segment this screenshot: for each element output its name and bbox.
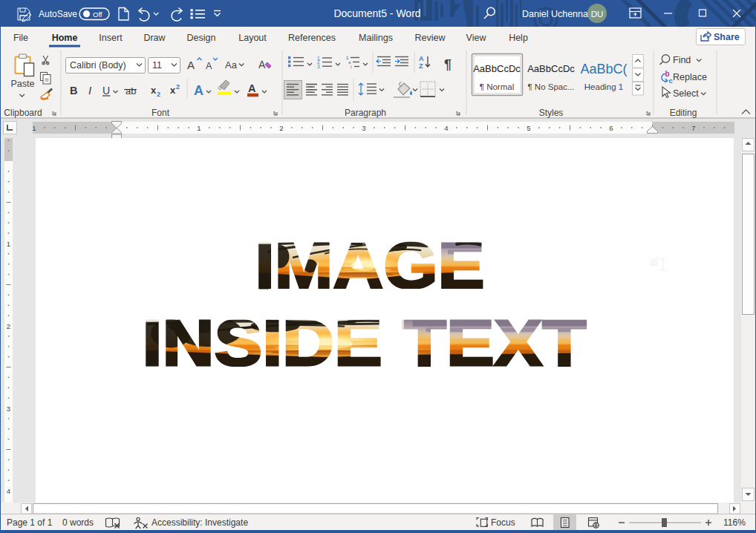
svg-text:A: A (248, 82, 256, 94)
svg-text:6: 6 (609, 124, 613, 132)
svg-text:4: 4 (444, 124, 448, 132)
svg-text:116%: 116% (723, 517, 746, 528)
svg-text:Find: Find (673, 55, 691, 65)
svg-text:x: x (151, 85, 157, 96)
svg-text:c: c (669, 76, 673, 85)
svg-text:Home: Home (52, 33, 78, 43)
svg-text:Editing: Editing (670, 108, 697, 118)
svg-text:Insert: Insert (99, 33, 123, 43)
svg-text:5: 5 (527, 124, 530, 132)
svg-text:1: 1 (32, 124, 36, 132)
svg-text:AaBbCcDc: AaBbCcDc (527, 63, 575, 74)
svg-text:Select: Select (673, 88, 699, 99)
svg-text:References: References (288, 33, 336, 43)
svg-text:1: 1 (7, 240, 10, 248)
svg-text:Page 1 of 1: Page 1 of 1 (7, 517, 53, 528)
svg-text:¶ No Spac...: ¶ No Spac... (527, 82, 574, 91)
svg-text:2: 2 (157, 91, 160, 98)
svg-text:3: 3 (7, 405, 10, 413)
svg-text:DU: DU (591, 10, 604, 19)
svg-text:2: 2 (7, 322, 10, 330)
svg-text:A: A (206, 61, 212, 71)
svg-text:3: 3 (317, 64, 320, 69)
svg-text:Document5 - Word: Document5 - Word (333, 7, 420, 19)
svg-text:Heading 1: Heading 1 (584, 82, 623, 91)
svg-text:Draw: Draw (143, 33, 166, 43)
svg-text:A: A (187, 59, 195, 71)
svg-text:Off: Off (93, 10, 102, 19)
svg-text:Help: Help (509, 33, 528, 43)
svg-text:A: A (419, 55, 424, 62)
svg-text:¶ Normal: ¶ Normal (480, 82, 514, 91)
svg-text:2: 2 (176, 83, 180, 91)
svg-text:2: 2 (279, 124, 283, 132)
svg-text:1: 1 (197, 124, 201, 132)
svg-text:Calibri (Body): Calibri (Body) (70, 60, 126, 71)
svg-text:Layout: Layout (238, 33, 267, 43)
svg-text:Paragraph: Paragraph (345, 108, 386, 118)
svg-text:AaBbCcDc: AaBbCcDc (473, 63, 521, 74)
svg-text:11: 11 (152, 60, 162, 71)
svg-text:i: i (351, 65, 351, 69)
svg-text:B: B (70, 85, 77, 97)
svg-text:Paste: Paste (11, 79, 35, 89)
svg-text:Accessibility: Investigate: Accessibility: Investigate (151, 517, 248, 528)
svg-text:I: I (88, 84, 91, 97)
svg-text:A: A (194, 83, 203, 98)
svg-text:Mailings: Mailings (359, 33, 393, 43)
svg-text:AutoSave: AutoSave (39, 9, 77, 19)
svg-text:4: 4 (7, 487, 10, 495)
svg-text:3: 3 (362, 124, 365, 132)
svg-text:7: 7 (691, 124, 695, 132)
svg-text:U: U (102, 85, 110, 97)
svg-text:File: File (13, 33, 28, 43)
svg-text:AaBbC(: AaBbC( (580, 62, 627, 76)
svg-text:Aa: Aa (225, 59, 238, 71)
svg-text:Clipboard: Clipboard (4, 108, 42, 118)
svg-text:Share: Share (714, 32, 740, 42)
svg-text:Font: Font (151, 108, 170, 118)
svg-text:Review: Review (415, 33, 446, 43)
svg-text:Z: Z (419, 62, 423, 70)
svg-text:Replace: Replace (673, 72, 707, 82)
svg-text:Design: Design (187, 33, 216, 43)
svg-text:View: View (466, 33, 487, 43)
svg-text:Focus: Focus (491, 517, 515, 528)
svg-text:Daniel Uchenna: Daniel Uchenna (522, 9, 588, 19)
svg-text:ab: ab (126, 85, 136, 97)
svg-text:¶: ¶ (444, 57, 452, 72)
svg-text:0 words: 0 words (62, 517, 94, 528)
svg-text:x: x (170, 85, 176, 96)
svg-text:Styles: Styles (539, 108, 564, 118)
